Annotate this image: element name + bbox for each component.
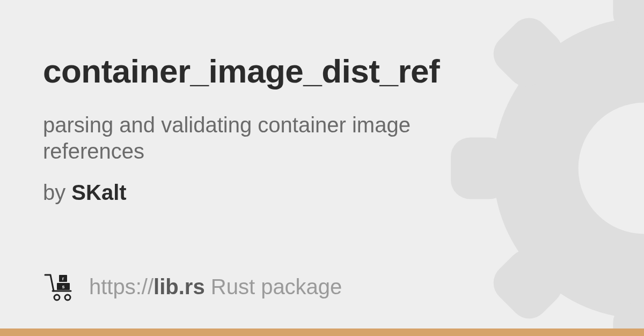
svg-rect-1 [613,0,644,33]
package-card: container_image_dist_ref parsing and val… [43,54,472,205]
site-footer: r s https://lib.rs Rust package [43,270,342,304]
site-suffix: Rust package [205,275,342,298]
librs-logo-icon: r s [43,270,77,304]
package-author: SKalt [71,181,126,204]
svg-rect-6 [486,242,570,326]
svg-text:s: s [62,284,64,289]
svg-rect-8 [486,10,570,94]
gear-icon [451,0,644,336]
site-host: lib.rs [153,275,205,298]
svg-point-0 [493,18,644,319]
svg-point-11 [65,295,70,300]
package-description: parsing and validating container image r… [43,112,429,165]
gear-decoration [451,0,644,336]
svg-point-9 [579,102,644,234]
site-line: https://lib.rs Rust package [89,275,342,299]
by-prefix: by [43,181,71,204]
package-title: container_image_dist_ref [43,54,472,88]
package-byline: by SKalt [43,181,472,205]
svg-text:r: r [62,276,64,281]
accent-bar [0,328,644,336]
svg-point-10 [54,295,60,300]
site-url-prefix: https:// [89,275,153,298]
